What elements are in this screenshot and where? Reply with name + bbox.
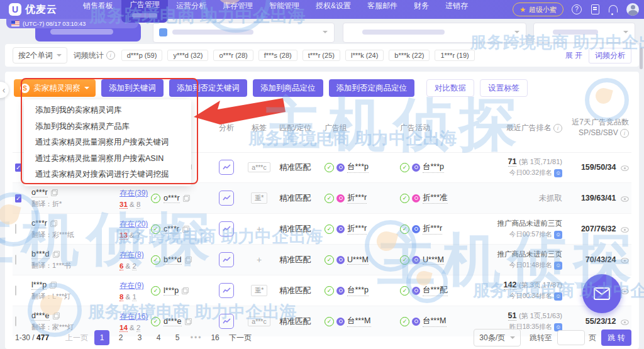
- tag-chip[interactable]: 重*: [251, 192, 268, 204]
- add-negative-keyword-button[interactable]: 添加到否定关键词: [169, 79, 247, 97]
- campaign-name[interactable]: 台***配: [423, 285, 448, 296]
- analysis-chart-button[interactable]: [219, 314, 234, 329]
- page-size-select[interactable]: 30条/页: [474, 329, 521, 346]
- tag-chip[interactable]: a***c: [248, 316, 270, 326]
- row-checkbox[interactable]: [15, 163, 21, 172]
- expand-button[interactable]: 展 开: [565, 50, 582, 61]
- exists-count-red[interactable]: 13: [119, 231, 128, 240]
- dropdown-menu-item[interactable]: 添加到我的卖家精灵词库: [24, 102, 191, 119]
- word-count-select[interactable]: 按2个单词: [13, 47, 67, 64]
- menu-item[interactable]: 授权&设置: [308, 0, 359, 15]
- exists-link[interactable]: 存在(39): [119, 189, 148, 197]
- menu-item[interactable]: 运营分析: [168, 0, 214, 15]
- filter-select-3[interactable]: [533, 23, 635, 43]
- row-checkbox[interactable]: [15, 224, 16, 234]
- freq-analysis-button[interactable]: 词频分析: [589, 48, 631, 64]
- menu-item[interactable]: 客服邮件: [359, 0, 406, 15]
- copy-icon[interactable]: [182, 226, 189, 233]
- copy-icon[interactable]: [50, 282, 57, 289]
- copy-icon[interactable]: [53, 251, 60, 258]
- ad-group-name[interactable]: 折***r: [347, 192, 367, 204]
- exists-count-red[interactable]: 8: [119, 293, 123, 301]
- freq-chip[interactable]: f***s (28): [258, 50, 297, 61]
- analysis-chart-button[interactable]: [219, 252, 234, 267]
- jump-button[interactable]: 跳 转: [601, 330, 631, 346]
- seller-sprite-button[interactable]: S 卖家精灵洞察: [14, 79, 96, 97]
- add-keyword-button[interactable]: 添加到关键词: [101, 79, 164, 97]
- tag-chip[interactable]: 重*: [251, 285, 268, 296]
- exists-link[interactable]: 存在(8): [119, 250, 144, 259]
- exists-count-red[interactable]: 6: [119, 262, 123, 270]
- page-number[interactable]: 5: [170, 330, 185, 345]
- analysis-chart-button[interactable]: [219, 283, 234, 298]
- dropdown-menu-item[interactable]: 通过卖家精灵对搜索词进行关键词挖掘: [24, 167, 191, 183]
- row-checkbox[interactable]: [15, 285, 16, 296]
- dropdown-menu-item[interactable]: 添加到我的卖家精灵产品库: [24, 119, 191, 135]
- campaign-name[interactable]: 台***p: [423, 162, 444, 173]
- smile-icon[interactable]: ☺: [554, 169, 562, 177]
- search-term-text[interactable]: l***p: [31, 280, 47, 290]
- copy-icon[interactable]: [53, 313, 60, 319]
- exists-count-gray[interactable]: 2: [132, 262, 136, 270]
- bell-icon[interactable]: [608, 4, 618, 14]
- campaign-name[interactable]: U***M: [423, 255, 444, 265]
- campaign-name[interactable]: 台***M: [423, 316, 447, 327]
- menu-item[interactable]: 库存管理: [214, 0, 261, 15]
- freq-chip[interactable]: o***r (28): [213, 50, 253, 61]
- copy-icon[interactable]: [183, 195, 190, 202]
- ad-group-name[interactable]: 折***r: [347, 223, 367, 235]
- copy-icon[interactable]: [182, 287, 189, 294]
- analysis-chart-button[interactable]: [219, 221, 234, 236]
- search-term-text[interactable]: b***d: [31, 250, 50, 259]
- page-number[interactable]: 2: [113, 330, 128, 345]
- smile-icon[interactable]: ☺: [554, 262, 562, 270]
- tag-chip[interactable]: +: [257, 224, 262, 234]
- smile-icon[interactable]: ☺: [554, 292, 562, 301]
- filter-select-1[interactable]: [153, 23, 335, 43]
- row-checkbox[interactable]: [15, 255, 16, 265]
- rank-value[interactable]: 推广商品未进前三页: [497, 250, 563, 258]
- ad-group-name[interactable]: 台***M: [347, 316, 371, 327]
- jump-page-input[interactable]: [557, 330, 585, 345]
- tag-chip[interactable]: a***c: [248, 162, 270, 172]
- menu-item[interactable]: 进销存: [437, 0, 476, 15]
- freq-chip[interactable]: b***k (22): [389, 50, 430, 61]
- ad-group-name[interactable]: 台***p: [347, 162, 369, 173]
- menu-item[interactable]: 广告管理: [121, 0, 168, 23]
- targeting-keyword[interactable]: c***r: [164, 224, 179, 234]
- page-number[interactable]: 4: [151, 330, 166, 345]
- promo-pill-button[interactable]: ★ 超级小蜜: [513, 3, 564, 16]
- copy-icon[interactable]: [50, 220, 57, 227]
- rank-value[interactable]: 51: [508, 311, 517, 321]
- targeting-keyword[interactable]: l***p: [164, 286, 179, 296]
- freq-chip[interactable]: 1***r (19): [435, 50, 474, 61]
- prev-page-button[interactable]: 上一页: [65, 333, 88, 343]
- copy-icon[interactable]: [185, 318, 192, 325]
- search-term-text[interactable]: c***r: [31, 219, 47, 228]
- rank-value[interactable]: 未抓取: [539, 194, 563, 202]
- freq-chip[interactable]: l***k (24): [345, 50, 384, 61]
- copy-icon[interactable]: [185, 257, 192, 263]
- ad-group-name[interactable]: U***M: [347, 255, 369, 265]
- campaign-name[interactable]: 折***准: [423, 192, 448, 204]
- search-term-text[interactable]: d***e: [31, 311, 50, 321]
- row-checkbox[interactable]: [15, 194, 21, 202]
- compare-data-button[interactable]: 对比数据: [426, 79, 474, 97]
- dropdown-menu-item[interactable]: 通过卖家精灵批量洞察用户搜索关键词: [24, 135, 191, 151]
- help-icon[interactable]: ?: [572, 4, 582, 14]
- analysis-chart-button[interactable]: [219, 191, 234, 206]
- page-number[interactable]: 3: [132, 330, 147, 345]
- rank-value[interactable]: 142: [504, 280, 517, 290]
- tag-chip[interactable]: +: [257, 255, 262, 265]
- exists-link[interactable]: 存在(16): [119, 312, 148, 321]
- ad-group-name[interactable]: 台***p: [347, 285, 369, 296]
- menu-item[interactable]: 财务: [406, 0, 437, 15]
- eye-icon[interactable]: [621, 258, 629, 263]
- campaign-name[interactable]: 折***r: [423, 223, 442, 235]
- exists-link[interactable]: 存在(20): [119, 219, 148, 228]
- search-term-text[interactable]: o***r: [31, 188, 48, 197]
- freq-chip[interactable]: y***d (32): [167, 50, 208, 61]
- add-negative-product-target-button[interactable]: 添加到否定商品定位: [329, 79, 415, 97]
- next-page-button[interactable]: 下一页: [229, 333, 252, 343]
- eye-icon[interactable]: [621, 227, 629, 233]
